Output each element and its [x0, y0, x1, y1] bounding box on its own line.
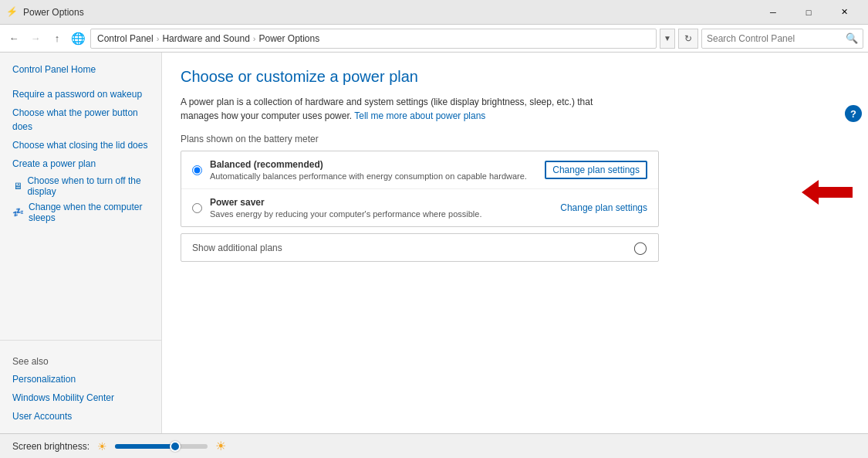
balanced-plan-desc: Automatically balances performance with … [210, 171, 545, 181]
sidebar-item-closing-lid[interactable]: Choose what closing the lid does [0, 136, 161, 154]
back-button[interactable]: ← [5, 29, 23, 48]
see-also-label: See also [0, 347, 161, 370]
plans-label: Plans shown on the battery meter [181, 134, 849, 144]
balanced-plan-info: Balanced (recommended) Automatically bal… [210, 159, 545, 181]
brightness-label: Screen brightness: [12, 441, 90, 452]
brightness-fill [115, 444, 175, 449]
sidebar-item-mobility-center[interactable]: Windows Mobility Center [0, 388, 161, 407]
address-bar: ← → ↑ 🌐 Control Panel › Hardware and Sou… [0, 25, 868, 53]
address-path[interactable]: Control Panel › Hardware and Sound › Pow… [90, 29, 657, 49]
status-bar: Screen brightness: ☀ ☀ [0, 433, 868, 458]
description: A power plan is a collection of hardware… [181, 95, 628, 123]
sleep-icon: 💤 [12, 206, 24, 219]
brightness-slider[interactable] [115, 444, 208, 449]
sidebar: Control Panel Home Require a password on… [0, 53, 162, 433]
page-title: Choose or customize a power plan [181, 68, 849, 86]
balanced-plan-name: Balanced (recommended) [210, 159, 545, 170]
arrow-head-icon [802, 180, 819, 205]
path-power-options[interactable]: Power Options [258, 33, 319, 44]
arrow-body [819, 187, 853, 198]
plan-row-balanced: Balanced (recommended) Automatically bal… [181, 151, 658, 189]
sun-low-icon: ☀ [97, 440, 107, 453]
sidebar-item-require-password[interactable]: Require a password on wakeup [0, 85, 161, 103]
search-input[interactable] [707, 33, 846, 44]
content-area: ? Choose or customize a power plan A pow… [162, 53, 868, 433]
window-title: Power Options [23, 7, 755, 18]
up-button[interactable]: ↑ [48, 29, 66, 48]
chevron-down-icon: ◯ [633, 240, 647, 255]
location-icon: 🌐 [71, 32, 86, 46]
sidebar-item-sleep-label: Change when the computer sleeps [29, 202, 149, 223]
main-layout: Control Panel Home Require a password on… [0, 53, 868, 433]
window-icon: ⚡ [6, 6, 19, 19]
plan-row-power-saver: Power saver Saves energy by reducing you… [181, 189, 658, 226]
red-arrow-annotation [802, 180, 853, 205]
maximize-button[interactable]: □ [791, 0, 826, 25]
sidebar-item-turn-off-display[interactable]: 🖥 Choose when to turn off the display [0, 173, 161, 199]
minimize-button[interactable]: ─ [755, 0, 791, 25]
sun-high-icon: ☀ [215, 439, 226, 453]
search-box: 🔍 [701, 29, 863, 49]
display-icon: 🖥 [12, 180, 22, 192]
forward-button[interactable]: → [26, 29, 45, 48]
sidebar-item-personalization[interactable]: Personalization [0, 370, 161, 388]
sidebar-item-home[interactable]: Control Panel Home [0, 60, 161, 79]
power-saver-plan-info: Power saver Saves energy by reducing you… [210, 197, 560, 219]
search-icon[interactable]: 🔍 [846, 32, 858, 44]
sidebar-item-user-accounts[interactable]: User Accounts [0, 407, 161, 426]
sidebar-item-display-label: Choose when to turn off the display [27, 175, 149, 197]
help-button[interactable]: ? [845, 105, 862, 122]
additional-plans-row[interactable]: Show additional plans ◯ [181, 233, 659, 262]
address-dropdown[interactable]: ▼ [660, 29, 675, 49]
additional-plans-label: Show additional plans [192, 243, 633, 253]
sidebar-divider [0, 340, 161, 341]
path-hardware-sound[interactable]: Hardware and Sound [162, 33, 249, 44]
balanced-change-settings-link[interactable]: Change plan settings [545, 161, 647, 179]
brightness-thumb [170, 441, 181, 452]
path-control-panel[interactable]: Control Panel [97, 33, 154, 44]
window-controls: ─ □ ✕ [755, 0, 862, 25]
learn-more-link[interactable]: Tell me more about power plans [354, 110, 485, 121]
sidebar-item-computer-sleeps[interactable]: 💤 Change when the computer sleeps [0, 199, 161, 226]
sidebar-item-create-plan[interactable]: Create a power plan [0, 154, 161, 173]
power-saver-change-settings-link[interactable]: Change plan settings [560, 202, 647, 213]
close-button[interactable]: ✕ [826, 0, 862, 25]
power-saver-plan-name: Power saver [210, 197, 560, 208]
sidebar-item-power-button[interactable]: Choose what the power button does [0, 103, 161, 136]
plan-container: Balanced (recommended) Automatically bal… [181, 151, 659, 227]
power-saver-plan-desc: Saves energy by reducing your computer's… [210, 209, 560, 219]
power-saver-radio[interactable] [192, 203, 202, 213]
refresh-button[interactable]: ↻ [678, 29, 698, 49]
balanced-radio[interactable] [192, 165, 202, 175]
title-bar: ⚡ Power Options ─ □ ✕ [0, 0, 868, 25]
